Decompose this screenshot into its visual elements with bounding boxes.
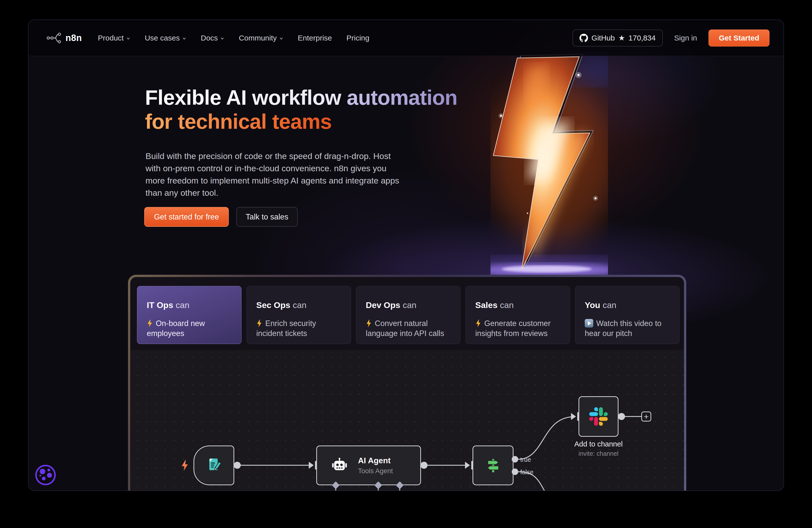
chevron-down-icon xyxy=(182,36,186,41)
github-label: GitHub xyxy=(592,34,615,42)
site-window: n8n Product Use cases Docs Community Ent… xyxy=(28,19,784,491)
trigger-node-label: On 'Create User' form xyxy=(180,489,250,491)
top-navigation: n8n Product Use cases Docs Community Ent… xyxy=(29,20,783,56)
logo-wordmark: n8n xyxy=(66,33,82,43)
tab-it-ops[interactable]: IT Opscan On-board new employees xyxy=(137,286,242,344)
nav-product[interactable]: Product xyxy=(98,34,130,42)
ai-agent-subtitle: Tools Agent xyxy=(358,467,393,475)
n8n-logo-icon xyxy=(46,32,62,44)
star-icon: ★ xyxy=(618,33,625,42)
zap-icon xyxy=(256,319,262,327)
talk-to-sales-button[interactable]: Talk to sales xyxy=(236,207,298,227)
get-started-button[interactable]: Get Started xyxy=(709,29,769,46)
hero-cta-group: Get started for free Talk to sales xyxy=(144,207,298,227)
robot-icon xyxy=(331,457,348,473)
n8n-logo[interactable]: n8n xyxy=(46,32,82,44)
hero-description: Build with the precision of code or the … xyxy=(145,150,399,199)
tab-you[interactable]: Youcan Watch this video to hear our pitc… xyxy=(575,286,680,344)
nav-pricing[interactable]: Pricing xyxy=(347,34,369,42)
nav-use-cases[interactable]: Use cases xyxy=(145,34,186,42)
slack-node-sublabel: invite: channel xyxy=(566,450,631,457)
nav-menu: Product Use cases Docs Community Enterpr… xyxy=(98,34,369,42)
nav-right-group: GitHub ★ 170,834 Sign in Get Started xyxy=(572,29,769,46)
nav-enterprise[interactable]: Enterprise xyxy=(298,34,332,42)
nav-docs[interactable]: Docs xyxy=(201,34,224,42)
ai-agent-title: AI Agent xyxy=(358,456,393,465)
ai-agent-text: AI Agent Tools Agent xyxy=(358,456,393,475)
chevron-down-icon xyxy=(220,36,224,41)
tab-dev-ops[interactable]: Dev Opscan Convert natural language into… xyxy=(356,286,461,344)
output-true-label: true xyxy=(520,456,531,463)
slack-node-label: Add to channel xyxy=(566,440,631,448)
node-create-user-form-trigger[interactable] xyxy=(193,445,234,485)
output-false-label: false xyxy=(520,469,534,476)
github-icon xyxy=(580,34,588,42)
form-trigger-icon xyxy=(206,457,222,473)
play-video-icon[interactable] xyxy=(585,319,593,327)
zap-icon xyxy=(366,319,372,327)
tab-sec-ops[interactable]: Sec Opscan Enrich security incident tick… xyxy=(246,286,351,344)
signpost-icon xyxy=(485,457,501,474)
cookie-settings-button[interactable] xyxy=(34,464,57,486)
node-ai-agent[interactable]: AI Agent Tools Agent xyxy=(316,445,421,485)
workflow-canvas[interactable]: On 'Create User' form xyxy=(131,350,683,491)
workflow-demo-panel: IT Opscan On-board new employees Sec Ops… xyxy=(128,275,686,491)
chevron-down-icon xyxy=(126,36,130,41)
hero-headline: Flexible AI workflow automation for tech… xyxy=(145,86,457,133)
add-node-button[interactable]: + xyxy=(641,411,651,422)
lightning-bolt-hero-image xyxy=(491,52,608,279)
github-stars-button[interactable]: GitHub ★ 170,834 xyxy=(572,29,663,46)
node-add-to-channel[interactable] xyxy=(579,396,619,437)
trigger-spark-icon xyxy=(180,459,189,471)
tab-sales[interactable]: Salescan Generate customer insights from… xyxy=(465,286,570,344)
nav-community[interactable]: Community xyxy=(239,34,283,42)
chevron-down-icon xyxy=(279,36,283,41)
zap-icon xyxy=(147,319,153,327)
node-is-manager[interactable] xyxy=(473,445,513,485)
sign-in-link[interactable]: Sign in xyxy=(674,34,697,42)
get-started-free-button[interactable]: Get started for free xyxy=(144,207,229,227)
condition-node-label: Is manager? xyxy=(459,489,527,491)
slack-icon xyxy=(589,407,608,426)
github-star-count: 170,834 xyxy=(628,34,655,42)
workflow-demo-inner: IT Opscan On-board new employees Sec Ops… xyxy=(130,277,684,491)
audience-tabs: IT Opscan On-board new employees Sec Ops… xyxy=(137,286,680,344)
zap-icon xyxy=(475,319,481,327)
